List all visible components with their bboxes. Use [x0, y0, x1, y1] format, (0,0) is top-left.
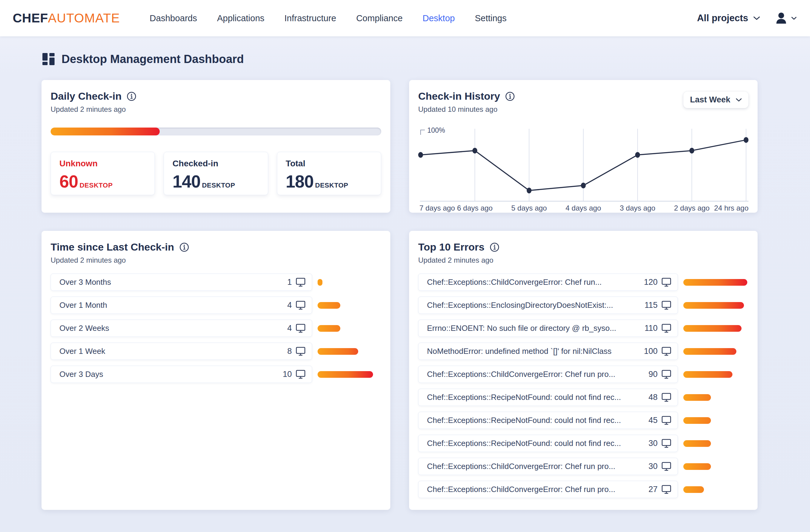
list-item-label: Over 3 Months — [60, 278, 283, 287]
list-item-label: NoMethodError: undefined method `[]' for… — [427, 347, 640, 356]
desktop-monitor-icon — [295, 370, 306, 379]
list-item-label: Chef::Exceptions::RecipeNotFound: could … — [427, 393, 644, 402]
value-bar — [318, 348, 358, 355]
list-item-pill[interactable]: Over 1 Week 8 — [51, 343, 312, 360]
svg-text:2 days ago: 2 days ago — [674, 204, 709, 212]
svg-text:6 days ago: 6 days ago — [457, 204, 492, 212]
svg-text:7 days ago: 7 days ago — [419, 204, 455, 212]
top-errors-title: Top 10 Errors — [418, 241, 485, 253]
desktop-monitor-icon — [661, 301, 671, 310]
stat-box-total: Total 180 DESKTOP — [277, 152, 381, 195]
desktop-monitor-icon — [295, 301, 306, 310]
list-item-label: Chef::Exceptions::ChildConvergeError: Ch… — [427, 462, 644, 471]
daily-checkin-card: Daily Check-in Updated 2 minutes ago Unk… — [42, 80, 390, 213]
top-errors-rows: Chef::Exceptions::ChildConvergeError: Ch… — [418, 273, 748, 498]
value-bar — [683, 371, 732, 378]
list-item-pill[interactable]: Errno::ENOENT: No such file or directory… — [418, 320, 678, 337]
nav-item-compliance[interactable]: Compliance — [356, 13, 402, 23]
list-item-label: Chef::Exceptions::ChildConvergeError: Ch… — [427, 485, 644, 494]
list-item-count: 110 — [645, 323, 658, 333]
time-range-select[interactable]: Last Week — [683, 92, 748, 108]
desktop-monitor-icon — [661, 278, 671, 287]
time-since-updated: Updated 2 minutes ago — [51, 256, 381, 265]
checkin-stat-boxes: Unknown 60 DESKTOP Checked-in 140 DESKTO… — [51, 152, 381, 195]
list-item: Over 3 Months 1 — [51, 273, 381, 291]
list-item-count: 120 — [644, 278, 658, 287]
checkin-progress-bar — [51, 128, 381, 135]
nav-item-dashboards[interactable]: Dashboards — [150, 13, 197, 23]
value-bar — [683, 417, 711, 424]
stat-label: Checked-in — [173, 159, 259, 168]
list-item: Chef::Exceptions::ChildConvergeError: Ch… — [418, 273, 748, 291]
list-item-pill[interactable]: Chef::Exceptions::RecipeNotFound: could … — [418, 412, 678, 429]
desktop-monitor-icon — [661, 462, 671, 471]
list-item-count: 27 — [648, 485, 658, 494]
projects-filter-dropdown[interactable]: All projects — [697, 13, 760, 23]
nav-item-infrastructure[interactable]: Infrastructure — [285, 13, 336, 23]
top-navigation-bar: CHEF AUTOMATE DashboardsApplicationsInfr… — [0, 0, 810, 36]
list-item: Over 2 Weeks 4 — [51, 320, 381, 337]
list-item-pill[interactable]: Chef::Exceptions::ChildConvergeError: Ch… — [418, 273, 678, 291]
desktop-monitor-icon — [661, 416, 671, 425]
list-item-count: 100 — [644, 347, 658, 356]
daily-checkin-updated: Updated 2 minutes ago — [51, 105, 381, 114]
value-bar — [318, 371, 373, 378]
list-item-pill[interactable]: Chef::Exceptions::ChildConvergeError: Ch… — [418, 458, 678, 475]
list-item-pill[interactable]: Over 1 Month 4 — [51, 297, 312, 314]
list-item-pill[interactable]: Chef::Exceptions::RecipeNotFound: could … — [418, 389, 678, 406]
nav-item-desktop[interactable]: Desktop — [423, 13, 455, 23]
chevron-down-icon — [791, 17, 797, 20]
time-since-rows: Over 3 Months 1 Over 1 Month 4 Over 2 We… — [51, 273, 381, 383]
svg-text:3 days ago: 3 days ago — [620, 204, 655, 212]
list-item-label: Over 1 Week — [60, 347, 283, 356]
info-icon[interactable] — [489, 242, 500, 252]
list-item-pill[interactable]: Chef::Exceptions::EnclosingDirectoryDoes… — [418, 297, 678, 314]
nav-item-applications[interactable]: Applications — [217, 13, 264, 23]
desktop-monitor-icon — [295, 278, 306, 287]
desktop-monitor-icon — [661, 370, 671, 379]
list-item-pill[interactable]: Over 2 Weeks 4 — [51, 320, 312, 337]
page-header: Desktop Management Dashboard — [42, 52, 810, 66]
list-item-count: 30 — [648, 439, 658, 448]
stat-unit: DESKTOP — [315, 182, 348, 189]
desktop-monitor-icon — [661, 347, 671, 356]
chef-automate-logo[interactable]: CHEF AUTOMATE — [13, 11, 120, 26]
list-item-label: Over 1 Month — [60, 301, 283, 310]
nav-right-group: All projects — [697, 11, 797, 25]
user-menu[interactable] — [774, 11, 797, 25]
list-item-pill[interactable]: NoMethodError: undefined method `[]' for… — [418, 343, 678, 360]
dashboard-cards: Daily Check-in Updated 2 minutes ago Unk… — [0, 66, 810, 510]
list-item-count: 30 — [648, 462, 658, 471]
info-icon[interactable] — [179, 242, 189, 252]
list-item-pill[interactable]: Over 3 Months 1 — [51, 273, 312, 291]
value-bar — [683, 302, 744, 309]
list-item-pill[interactable]: Chef::Exceptions::ChildConvergeError: Ch… — [418, 366, 678, 383]
list-item-label: Errno::ENOENT: No such file or directory… — [427, 323, 640, 333]
projects-filter-label: All projects — [697, 13, 748, 23]
main-nav: DashboardsApplicationsInfrastructureComp… — [150, 13, 507, 23]
list-item-label: Chef::Exceptions::EnclosingDirectoryDoes… — [427, 301, 640, 310]
checkin-history-title: Check-in History — [418, 90, 500, 102]
stat-label: Total — [286, 159, 372, 168]
list-item-pill[interactable]: Chef::Exceptions::RecipeNotFound: could … — [418, 435, 678, 452]
nav-item-settings[interactable]: Settings — [475, 13, 507, 23]
info-icon[interactable] — [505, 91, 515, 101]
desktop-monitor-icon — [661, 439, 671, 448]
value-bar — [683, 463, 711, 470]
chevron-down-icon — [753, 16, 760, 20]
time-since-title: Time since Last Check-in — [51, 241, 174, 253]
value-bar — [318, 325, 340, 332]
list-item-count: 115 — [645, 301, 658, 310]
list-item-count: 10 — [283, 370, 292, 379]
desktop-monitor-icon — [295, 347, 306, 356]
svg-text:5 days ago: 5 days ago — [511, 204, 547, 212]
list-item-count: 45 — [648, 416, 658, 425]
list-item-pill[interactable]: Chef::Exceptions::ChildConvergeError: Ch… — [418, 481, 678, 498]
stat-label: Unknown — [60, 159, 146, 168]
list-item-pill[interactable]: Over 3 Days 10 — [51, 366, 312, 383]
stat-number: 180 — [286, 171, 314, 192]
info-icon[interactable] — [126, 91, 137, 101]
top-errors-card: Top 10 Errors Updated 2 minutes ago Chef… — [409, 231, 758, 510]
list-item-label: Chef::Exceptions::ChildConvergeError: Ch… — [427, 370, 644, 379]
list-item-count: 48 — [648, 393, 658, 402]
